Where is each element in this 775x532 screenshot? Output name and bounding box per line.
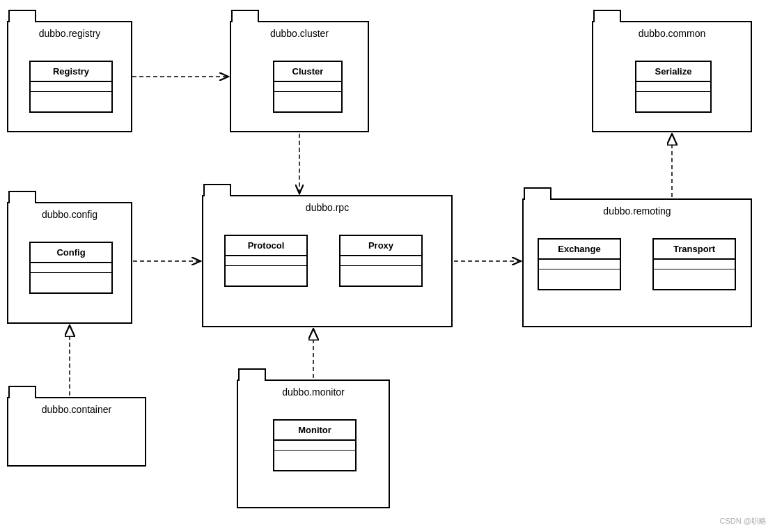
class-label-config: Config [31,243,111,263]
package-remoting: dubbo.remotingExchangeTransport [522,198,752,327]
class-label-exchange: Exchange [539,240,620,260]
package-rpc: dubbo.rpcProtocolProxy [202,195,453,327]
package-tab-container [8,386,36,398]
class-section1 [274,82,341,92]
class-exchange: Exchange [538,238,621,290]
class-label-protocol: Protocol [226,236,306,256]
class-section1 [31,82,111,92]
class-label-proxy: Proxy [340,236,421,256]
class-section2 [31,92,111,102]
class-config: Config [29,242,113,294]
package-tab-cluster [231,10,259,22]
package-name-container: dubbo.container [8,404,145,415]
package-name-config: dubbo.config [8,209,131,220]
class-section2 [539,269,620,279]
class-protocol: Protocol [224,235,308,287]
class-section2 [226,266,306,276]
class-section1 [226,256,306,266]
class-label-transport: Transport [654,240,735,260]
diagram-container: dubbo.registryRegistrydubbo.clusterClust… [0,0,775,532]
package-cluster: dubbo.clusterCluster [230,21,369,132]
package-name-registry: dubbo.registry [8,28,131,39]
class-serialize: Serialize [635,61,712,113]
class-label-serialize: Serialize [636,62,710,82]
class-registry: Registry [29,61,113,113]
class-section1 [636,82,710,92]
package-monitor: dubbo.monitorMonitor [237,380,390,508]
class-section1 [274,441,355,451]
package-name-remoting: dubbo.remoting [524,205,751,217]
package-tab-common [593,10,621,22]
watermark: CSDN @职略 [720,516,767,526]
class-section2 [31,273,111,283]
class-label-monitor: Monitor [274,421,355,441]
class-transport: Transport [652,238,736,290]
package-common: dubbo.commonSerialize [592,21,752,132]
package-name-monitor: dubbo.monitor [238,386,389,398]
class-section1 [340,256,421,266]
class-label-cluster: Cluster [274,62,341,82]
class-proxy: Proxy [339,235,423,287]
package-container: dubbo.container [7,397,146,467]
class-cluster: Cluster [273,61,343,113]
package-tab-rpc [203,184,231,196]
class-section1 [654,260,735,269]
class-section2 [340,266,421,276]
class-monitor: Monitor [273,419,357,471]
class-label-registry: Registry [31,62,111,82]
package-config: dubbo.configConfig [7,202,132,324]
package-tab-remoting [524,187,551,200]
package-tab-registry [8,10,36,22]
class-section1 [31,263,111,273]
class-section2 [274,451,355,460]
package-name-cluster: dubbo.cluster [231,28,368,39]
package-tab-monitor [238,368,266,381]
package-name-common: dubbo.common [593,28,751,39]
class-section2 [654,269,735,279]
class-section2 [636,92,710,102]
package-name-rpc: dubbo.rpc [203,202,451,213]
package-registry: dubbo.registryRegistry [7,21,132,132]
class-section1 [539,260,620,269]
class-section2 [274,92,341,102]
package-tab-config [8,191,36,203]
